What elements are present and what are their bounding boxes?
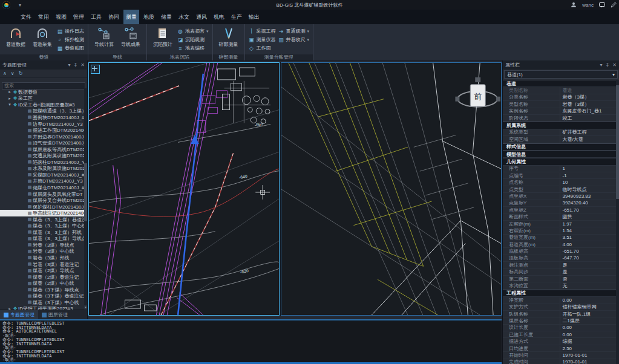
- surface-offset-button[interactable]: ≡地表编移: [177, 44, 209, 52]
- property-row[interactable]: 系统类型 矿井巷工程: [503, 129, 616, 136]
- property-row[interactable]: 第二断面 否: [503, 276, 616, 282]
- property-row[interactable]: 模型信息: [503, 151, 616, 158]
- property-row[interactable]: 净宽帮 0.00: [503, 297, 616, 304]
- message-icon[interactable]: [599, 2, 605, 8]
- property-row[interactable]: 工程属性: [503, 290, 616, 297]
- menu-item[interactable]: 地质: [141, 10, 157, 24]
- traverse-result-button[interactable]: 导线成果: [119, 26, 143, 48]
- surface-damage-button[interactable]: ◍地表损害▾: [177, 27, 209, 35]
- tree-item[interactable]: ▤ 岩巷（3煤）巷道注记: [0, 261, 87, 268]
- close-icon[interactable]: ✕: [612, 62, 617, 68]
- menu-item[interactable]: 水文: [176, 10, 192, 24]
- property-row[interactable]: 序号 1: [503, 166, 616, 172]
- tree-item[interactable]: ▤ 交通及附属设施DTM202: [0, 152, 87, 159]
- tree-item[interactable]: ▸ ❖ 数据巷道: [0, 89, 87, 96]
- tree-item[interactable]: ▤ 岩巷（3煤）导线点: [0, 242, 87, 249]
- property-row[interactable]: 支护方式 锚杆锚索钢带网: [503, 304, 616, 311]
- property-row[interactable]: 日均进度 2.50: [503, 345, 616, 352]
- tree-item[interactable]: ▤ 陷落柱DTM2021400J_Y3: [0, 159, 87, 166]
- tree-item[interactable]: ▤ 边界DTM2021400J_Y3: [0, 121, 87, 128]
- model-viewport[interactable]: 前: [281, 62, 502, 316]
- menu-item[interactable]: 输出: [246, 10, 262, 24]
- tree-item[interactable]: ▤ 煤巷（3、3上煤）巷道注记: [0, 216, 87, 223]
- property-row[interactable]: 点坐标Y 3924320.40: [503, 200, 616, 207]
- property-row[interactable]: 点坐标X 39490923.83: [503, 193, 616, 200]
- tree-item[interactable]: ▤ 煤巷（2煤）巷道注记: [0, 274, 87, 281]
- menu-item[interactable]: 储量: [159, 10, 174, 24]
- property-row[interactable]: 点坐标Z -651.70: [503, 207, 616, 213]
- object-selector[interactable]: 巷道(1) ▾: [504, 70, 618, 79]
- property-row[interactable]: 已施工长度 0.00: [503, 331, 616, 338]
- property-row[interactable]: 顶板标高 -647.70: [503, 255, 616, 262]
- tunnel-collect-button[interactable]: 巷道采集: [30, 26, 54, 48]
- tree-item[interactable]: ▤ 煤层底板等高线DTM202: [0, 146, 87, 153]
- property-row[interactable]: 巷道: [503, 80, 616, 87]
- tunnel-data-button[interactable]: 巷道数据: [4, 26, 28, 48]
- pin-icon[interactable]: ↧: [606, 62, 610, 68]
- expand-arrow-icon[interactable]: ▸: [7, 89, 12, 94]
- expand-arrow-icon[interactable]: ▾: [7, 102, 12, 107]
- plan-viewport[interactable]: -660 -640 -620: [88, 62, 280, 316]
- command-console[interactable]: 命令: TUNNELCOMPLETEDLIST命令: INITTUNNELDAT…: [0, 319, 502, 364]
- tree-item[interactable]: ▤ 井筒DTM2021400J_Y3: [0, 178, 87, 185]
- menu-item[interactable]: 机电: [211, 10, 227, 24]
- subsidence-observe-button[interactable]: ◪沉陷观测: [177, 36, 209, 44]
- tree-item[interactable]: ▤ 煤巷（2煤）中心线: [0, 280, 87, 287]
- panel-tab[interactable]: 专题图管理: [0, 310, 38, 319]
- property-row[interactable]: 巷道高度(m) 4.00: [503, 241, 616, 248]
- subsidence-predict-button[interactable]: 沉陷预计: [151, 26, 175, 48]
- tree-item[interactable]: ▤ 图例块DTM2021400J_#5: [0, 114, 87, 121]
- tree-item[interactable]: ▤ 煤巷（3、3上煤）导线点: [0, 236, 87, 242]
- instrument-ledger-button[interactable]: ▣测量仪器: [249, 36, 276, 44]
- property-row[interactable]: 样式信息: [503, 143, 616, 151]
- excavation-ledger-button[interactable]: ⎱采掘工程: [249, 27, 276, 35]
- panel-tab[interactable]: 图层管理: [38, 310, 71, 319]
- menu-item[interactable]: 协同: [106, 10, 122, 24]
- tree-item[interactable]: ▤ 储煤仓DTM2021400J_#5: [0, 184, 87, 191]
- property-row[interactable]: 所属系统: [503, 122, 616, 129]
- tree-item[interactable]: ▸ ❖ ID采掘工程平面图2023#3: [0, 306, 87, 310]
- menu-item[interactable]: 通风: [194, 10, 209, 24]
- measure-tape-button[interactable]: ▥井巷收尺▾: [278, 36, 310, 44]
- tree-item[interactable]: ▤ 岩巷（3煤）邦线: [0, 255, 87, 261]
- property-row[interactable]: 煤层名称 二1煤层: [503, 317, 616, 324]
- tree-item[interactable]: ▤ 导高线注记DTM2021400: [0, 210, 87, 216]
- property-row[interactable]: 点名称 10: [503, 179, 616, 186]
- tree-item[interactable]: ▤ 煤层露头及风氧化带DT: [0, 191, 87, 198]
- collapse-all-button[interactable]: ∧: [3, 71, 7, 76]
- property-row[interactable]: 类别名称 巷道: [503, 87, 616, 94]
- close-icon[interactable]: ✕: [80, 62, 85, 68]
- tree-item[interactable]: ▤ 井田边界DTM2021400J_Y3: [0, 134, 87, 140]
- through-survey-button[interactable]: ⇥贯通观测▾: [278, 27, 310, 35]
- tunnel-patch-button[interactable]: ▦巷道贴图: [57, 44, 84, 52]
- tree-item[interactable]: ▤ 掘进工作面DTM2021400: [0, 127, 87, 134]
- tree-item[interactable]: ▤ 煤层分叉合并线DTM202: [0, 197, 87, 204]
- menu-item[interactable]: 生产: [229, 10, 244, 24]
- property-row[interactable]: 标注测点 是: [503, 262, 616, 268]
- property-row[interactable]: 完成时间 1970-01-01: [503, 359, 616, 364]
- refresh-button[interactable]: ↻: [19, 71, 23, 76]
- property-row[interactable]: 设计长度 0.00: [503, 325, 616, 331]
- menu-item[interactable]: 管理: [71, 10, 87, 24]
- workface-ledger-button[interactable]: ◇工作面: [249, 44, 276, 52]
- traverse-calc-button[interactable]: 导线计算: [92, 26, 116, 48]
- properties-scrollbar[interactable]: [616, 80, 619, 364]
- detail-survey-button[interactable]: 碎部测量: [217, 26, 241, 48]
- tree-item[interactable]: ▤ 煤巷（3、3上煤）中心线: [0, 223, 87, 229]
- tree-item[interactable]: ▤ 岩巷（3煤）中心线: [0, 249, 87, 255]
- tree-item[interactable]: ▤ 水系及附属设施DTM202: [0, 166, 87, 172]
- tree-item[interactable]: ▤ 煤巷（2煤）导线点: [0, 267, 87, 274]
- tree-scrollbar[interactable]: [84, 88, 87, 310]
- user-name[interactable]: wanc: [582, 2, 594, 8]
- property-row[interactable]: 空间区域 大巷/大巷: [503, 136, 616, 143]
- scroll-down-arrow[interactable]: ▾: [84, 305, 87, 310]
- operation-log-button[interactable]: ▤操作日志: [57, 27, 84, 35]
- property-row[interactable]: 标高同步 是: [503, 269, 616, 276]
- property-row[interactable]: 类型名称 岩巷（3煤）: [503, 101, 616, 108]
- tree-item[interactable]: ▤ 煤巷（3、3上煤）邦线: [0, 229, 87, 236]
- user-icon[interactable]: [571, 2, 577, 8]
- property-row[interactable]: 掘进方式 综掘: [503, 338, 616, 345]
- quick-access-caret-icon[interactable]: ▾: [19, 2, 21, 8]
- property-row[interactable]: 水沟位置 无: [503, 282, 616, 289]
- tree-item[interactable]: ▤ 煤巷（3下煤）导线点: [0, 287, 87, 293]
